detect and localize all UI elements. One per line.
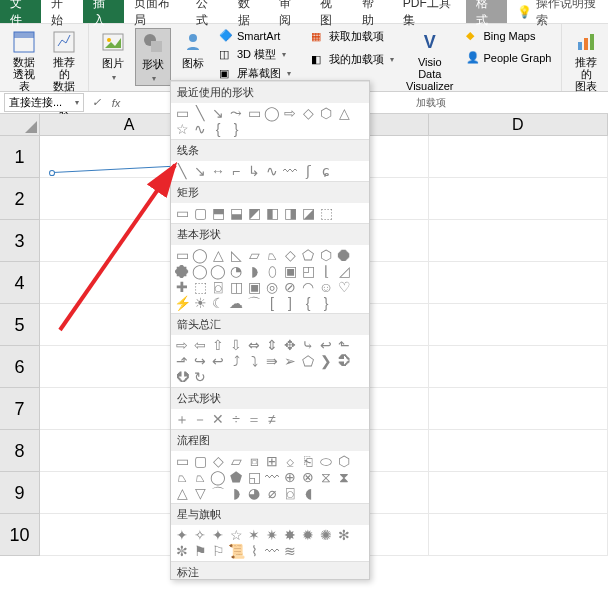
shape-diamond[interactable]: ◇ bbox=[301, 106, 315, 120]
shape-para[interactable]: ▱ bbox=[247, 248, 261, 262]
cell[interactable] bbox=[429, 472, 608, 514]
shape-elbow-arrow[interactable]: ↳ bbox=[247, 164, 261, 178]
tab-search[interactable]: 💡操作说明搜索 bbox=[507, 0, 608, 23]
my-addins-button[interactable]: ◧我的加载项▾ bbox=[307, 51, 398, 68]
shape-darrow[interactable]: ⇩ bbox=[229, 338, 243, 352]
shape-tear[interactable]: ⬯ bbox=[265, 264, 279, 278]
tab-file[interactable]: 文件 bbox=[0, 0, 41, 23]
shape-pie[interactable]: ◔ bbox=[229, 264, 243, 278]
shape-wave[interactable]: 〰 bbox=[265, 544, 279, 558]
shape-line-arrow[interactable]: ↘ bbox=[211, 106, 225, 120]
row-header[interactable]: 8 bbox=[0, 430, 40, 472]
shape-offpage[interactable]: ⬟ bbox=[229, 470, 243, 484]
cell[interactable] bbox=[429, 430, 608, 472]
shape-can[interactable]: ⌼ bbox=[211, 280, 225, 294]
shape-snip-diag[interactable]: ◩ bbox=[247, 206, 261, 220]
cell[interactable] bbox=[429, 220, 608, 262]
shape-leftup[interactable]: ⬑ bbox=[337, 338, 351, 352]
shape-lightning[interactable]: ⚡ bbox=[175, 296, 189, 310]
shape-internal[interactable]: ⊞ bbox=[265, 454, 279, 468]
shape-callout-r[interactable]: ⮊ bbox=[337, 354, 351, 368]
shape-manual[interactable]: ⏢ bbox=[175, 470, 189, 484]
shape-bentup[interactable]: ⬏ bbox=[175, 354, 189, 368]
model3d-button[interactable]: ◫3D 模型▾ bbox=[215, 46, 295, 63]
cell[interactable] bbox=[429, 178, 608, 220]
shape-direct[interactable]: ⌼ bbox=[283, 486, 297, 500]
shape-sort[interactable]: ⧗ bbox=[337, 470, 351, 484]
shape-minus[interactable]: － bbox=[193, 412, 207, 426]
shape-textbox[interactable]: ▭ bbox=[175, 106, 189, 120]
shape-moon[interactable]: ☾ bbox=[211, 296, 225, 310]
shape-process[interactable]: ▭ bbox=[175, 454, 189, 468]
shape-round-rect[interactable]: ▢ bbox=[193, 206, 207, 220]
shape-larrow[interactable]: ⇦ bbox=[193, 338, 207, 352]
shape-chevron[interactable]: ❯ bbox=[319, 354, 333, 368]
shape-explosion1[interactable]: ✦ bbox=[175, 528, 189, 542]
shape-seq[interactable]: ◕ bbox=[247, 486, 261, 500]
cell[interactable] bbox=[429, 262, 608, 304]
shape-hex[interactable]: ⬡ bbox=[319, 106, 333, 120]
tab-insert[interactable]: 插入 bbox=[83, 0, 124, 23]
pivot-table-button[interactable]: 数据 透视表 bbox=[6, 28, 42, 94]
shape-alt[interactable]: ▢ bbox=[193, 454, 207, 468]
shape-brace2[interactable]: } bbox=[319, 296, 333, 310]
shape-star5[interactable]: ☆ bbox=[229, 528, 243, 542]
shape-neq[interactable]: ≠ bbox=[265, 412, 279, 426]
row-header[interactable]: 6 bbox=[0, 346, 40, 388]
shape-round1[interactable]: ◧ bbox=[265, 206, 279, 220]
cell[interactable] bbox=[429, 346, 608, 388]
shape-trap[interactable]: ⏢ bbox=[265, 248, 279, 262]
shape-rbrace[interactable]: } bbox=[229, 122, 243, 136]
tab-view[interactable]: 视图 bbox=[310, 0, 351, 23]
shape-textbox[interactable]: ▭ bbox=[175, 248, 189, 262]
shape-uarrow[interactable]: ⇧ bbox=[211, 338, 225, 352]
shape-delay[interactable]: ◗ bbox=[229, 486, 243, 500]
shape-multidoc[interactable]: ⎗ bbox=[301, 454, 315, 468]
shape-triangle[interactable]: △ bbox=[211, 248, 225, 262]
shape-line[interactable]: ╲ bbox=[175, 164, 189, 178]
shape-star6[interactable]: ✶ bbox=[247, 528, 261, 542]
row-header[interactable]: 5 bbox=[0, 304, 40, 346]
shape-card[interactable]: ◱ bbox=[247, 470, 261, 484]
cell[interactable] bbox=[429, 514, 608, 556]
shape-star7[interactable]: ✷ bbox=[265, 528, 279, 542]
select-all-corner[interactable] bbox=[0, 114, 40, 136]
shape-extract[interactable]: △ bbox=[175, 486, 189, 500]
shape-prep[interactable]: ⬡ bbox=[337, 454, 351, 468]
name-box[interactable]: 直接连接...▾ bbox=[4, 93, 84, 112]
shape-curved-u[interactable]: ⤴ bbox=[229, 354, 243, 368]
shape-sum[interactable]: ⊕ bbox=[283, 470, 297, 484]
icons-button[interactable]: 图标 bbox=[175, 28, 211, 73]
shape-hept[interactable]: ⯃ bbox=[337, 248, 351, 262]
shape-smiley[interactable]: ☺ bbox=[319, 280, 333, 294]
shape-curved-l[interactable]: ↩ bbox=[211, 354, 225, 368]
charts-rec-button[interactable]: 推荐的 图表 bbox=[568, 28, 604, 94]
shape-sun[interactable]: ☀ bbox=[193, 296, 207, 310]
cell[interactable] bbox=[429, 388, 608, 430]
shape-elbow[interactable]: ⌐ bbox=[229, 164, 243, 178]
tab-review[interactable]: 审阅 bbox=[269, 0, 310, 23]
shape-rect[interactable]: ▭ bbox=[247, 106, 261, 120]
shape-star12[interactable]: ✺ bbox=[319, 528, 333, 542]
shape-bent[interactable]: ⤷ bbox=[301, 338, 315, 352]
shape-quad[interactable]: ✥ bbox=[283, 338, 297, 352]
shape-lbrace[interactable]: { bbox=[211, 122, 225, 136]
tab-pdf[interactable]: PDF工具集 bbox=[393, 0, 466, 23]
smartart-button[interactable]: 🔷SmartArt bbox=[215, 28, 295, 44]
tab-help[interactable]: 帮助 bbox=[352, 0, 393, 23]
shape-circular[interactable]: ↻ bbox=[193, 370, 207, 384]
row-header[interactable]: 9 bbox=[0, 472, 40, 514]
col-header-d[interactable]: D bbox=[429, 114, 608, 136]
shape-donut[interactable]: ◎ bbox=[265, 280, 279, 294]
shape-rarrow[interactable]: ⇨ bbox=[175, 338, 189, 352]
shape-div[interactable]: ÷ bbox=[229, 412, 243, 426]
tab-home[interactable]: 开始 bbox=[41, 0, 82, 23]
shape-cloud[interactable]: ☁ bbox=[229, 296, 243, 310]
shape-decision[interactable]: ◇ bbox=[211, 454, 225, 468]
shape-lrarrow[interactable]: ⇔ bbox=[247, 338, 261, 352]
shape-star[interactable]: ☆ bbox=[175, 122, 189, 136]
shape-freeform[interactable]: ∿ bbox=[193, 122, 207, 136]
row-header[interactable]: 3 bbox=[0, 220, 40, 262]
shape-uturn[interactable]: ↩ bbox=[319, 338, 333, 352]
shape-star4[interactable]: ✦ bbox=[211, 528, 225, 542]
